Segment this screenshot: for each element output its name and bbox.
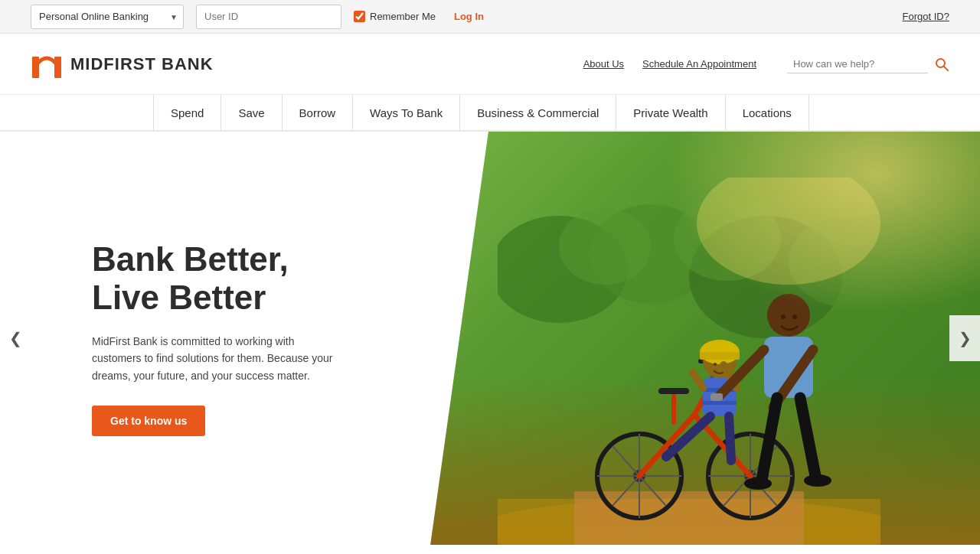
forgot-id-link[interactable]: Forgot ID? [903,11,949,22]
header-links: About Us Schedule An Appointment [583,55,949,73]
svg-rect-35 [700,352,740,360]
svg-point-53 [744,477,772,490]
search-icon [934,57,949,72]
svg-point-10 [697,178,880,285]
hero-photo-background [398,132,980,545]
hero-cta-button[interactable]: Get to know us [92,406,205,436]
nav-item-ways-to-bank[interactable]: Ways To Bank [353,94,460,131]
svg-line-51 [762,398,777,480]
svg-point-8 [559,208,651,285]
svg-line-41 [693,373,703,388]
svg-line-52 [800,398,815,476]
carousel-next-button[interactable]: ❯ [949,315,980,361]
search-area [787,55,949,73]
nav-item-locations[interactable]: Locations [726,94,809,131]
svg-point-54 [804,474,831,487]
svg-point-46 [781,314,786,319]
remember-me-checkbox[interactable] [354,11,365,22]
svg-rect-40 [703,401,737,405]
svg-rect-13 [574,491,804,545]
nav-item-borrow[interactable]: Borrow [283,94,354,131]
header: MidFirst Bank About Us Schedule An Appoi… [0,34,980,95]
logo-icon[interactable] [31,51,63,78]
svg-line-44 [729,416,731,461]
logo-svg [31,51,63,78]
nav-item-private-wealth[interactable]: Private Wealth [616,94,725,131]
hero-image [398,132,980,545]
svg-point-47 [792,314,797,319]
search-input[interactable] [787,55,928,73]
svg-point-9 [674,197,781,281]
svg-point-45 [767,294,810,337]
svg-rect-30 [658,388,689,394]
nav-item-save[interactable]: Save [221,94,282,131]
svg-rect-0 [32,57,39,78]
svg-line-26 [639,415,694,476]
svg-point-36 [714,363,717,366]
hero-title: Bank Better,Live Better [92,240,352,318]
main-nav: Spend Save Borrow Ways To Bank Business … [0,95,980,132]
nav-item-business-commercial[interactable]: Business & Commercial [460,94,616,131]
svg-line-3 [944,67,948,70]
logo-area: MidFirst Bank [31,51,583,78]
search-button[interactable] [934,57,949,72]
user-id-input[interactable] [196,5,341,29]
top-bar: Personal Online Banking Business Online … [0,0,980,34]
banking-type-select[interactable]: Personal Online Banking Business Online … [31,5,184,29]
about-us-link[interactable]: About Us [583,58,624,70]
banking-type-select-wrapper: Personal Online Banking Business Online … [31,5,184,29]
nav-item-spend[interactable]: Spend [153,94,221,131]
svg-rect-1 [54,57,61,78]
remember-me-label: Remember Me [354,11,436,22]
svg-point-6 [689,216,842,338]
hero-illustration [498,178,880,545]
remember-me-text: Remember Me [370,11,436,22]
hero-content: Bank Better,Live Better MidFirst Bank is… [0,132,398,545]
svg-rect-55 [710,393,723,401]
logo-text: MidFirst Bank [70,54,214,74]
schedule-appointment-link[interactable]: Schedule An Appointment [642,58,756,70]
login-button[interactable]: Log In [448,11,490,22]
hero-description: MidFirst Bank is committed to working wi… [92,333,337,384]
svg-point-7 [789,216,880,308]
hero-section: ❮ Bank Better,Live Better MidFirst Bank … [0,132,980,545]
carousel-prev-button[interactable]: ❮ [0,315,31,361]
